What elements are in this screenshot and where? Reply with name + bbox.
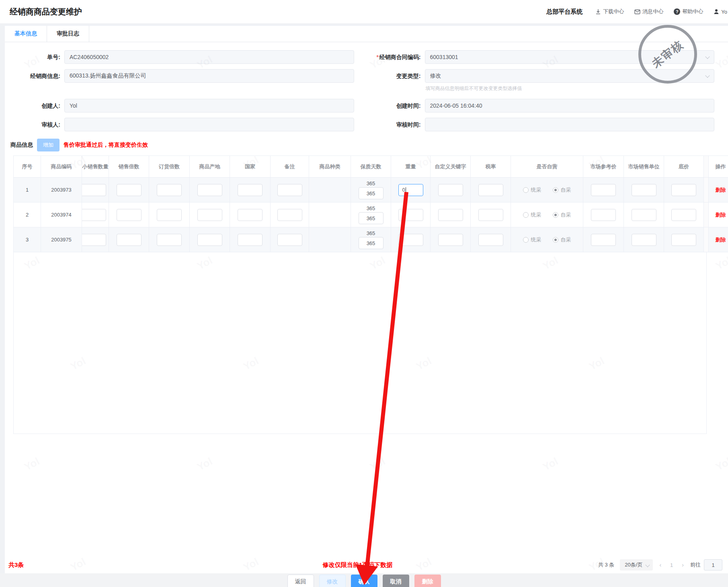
origin-input[interactable] <box>197 184 222 196</box>
tab-basic-info[interactable]: 基本信息 <box>5 26 47 42</box>
cell-self-operated: 统采 自采 <box>511 178 583 202</box>
sale-multiple-input[interactable] <box>117 209 141 221</box>
country-input[interactable] <box>238 209 262 221</box>
market-sale-unit-input[interactable] <box>632 209 656 221</box>
cell-product-code: 2003975 <box>41 227 82 252</box>
origin-input[interactable] <box>197 209 222 221</box>
col-weight: 重量 <box>391 156 431 177</box>
delete-button[interactable]: 删除 <box>414 575 441 587</box>
add-row-button[interactable]: 增加 <box>37 139 59 151</box>
col-shelf-days: 保质天数 <box>351 156 391 177</box>
mail-icon <box>634 9 640 14</box>
order-no-label: 单号: <box>5 50 64 64</box>
radio-tongcai[interactable]: 统采 <box>523 236 541 243</box>
page-edit-notice: 修改仅限当前1页码下数据 <box>141 561 598 569</box>
tab-bar: 基本信息 审批日志 <box>5 25 728 42</box>
delete-row-link[interactable]: 删除 <box>716 211 726 219</box>
market-sale-unit-input[interactable] <box>632 184 656 196</box>
radio-checked-icon <box>553 187 558 193</box>
weight-input-focused[interactable]: 0 <box>398 184 423 196</box>
shelf-days-old-value: 365 <box>367 205 375 211</box>
goto-page-input[interactable] <box>704 559 722 571</box>
tax-rate-input[interactable] <box>478 184 503 196</box>
audit-time-input <box>425 118 715 131</box>
radio-icon <box>523 187 529 193</box>
floor-price-input[interactable] <box>671 184 696 196</box>
radio-tongcai[interactable]: 统采 <box>523 186 541 194</box>
origin-input[interactable] <box>197 234 222 246</box>
keywords-input[interactable] <box>438 234 463 246</box>
col-product-kind: 商品种类 <box>309 156 351 177</box>
change-type-select[interactable] <box>425 69 715 83</box>
remark-input[interactable] <box>277 209 302 221</box>
remark-input[interactable] <box>277 184 302 196</box>
product-section-title: 商品信息 <box>10 141 33 149</box>
cell-product-kind <box>309 202 351 227</box>
back-button[interactable]: 返回 <box>287 575 314 587</box>
remark-input[interactable] <box>277 234 302 246</box>
order-multiple-input[interactable] <box>157 184 182 196</box>
tax-rate-input[interactable] <box>478 234 503 246</box>
delete-row-link[interactable]: 删除 <box>716 186 726 194</box>
market-ref-price-input[interactable] <box>591 184 616 196</box>
table-header-row: 序号 商品编码 小销售数量 销售倍数 订货倍数 商品产地 国家 备注 商品种类 … <box>13 155 728 178</box>
radio-zicai[interactable]: 自采 <box>553 236 571 243</box>
floor-price-input[interactable] <box>671 234 696 246</box>
tab-audit-log[interactable]: 审批日志 <box>47 26 89 42</box>
dealer-info-input <box>64 69 354 83</box>
download-center-link[interactable]: 下载中心 <box>595 8 624 15</box>
keywords-input[interactable] <box>438 184 463 196</box>
confirm-button[interactable]: 确认 <box>351 575 377 587</box>
cell-self-operated: 统采 自采 <box>511 202 583 227</box>
cancel-button[interactable]: 取消 <box>383 575 409 587</box>
cell-spacer <box>704 178 709 202</box>
keywords-input[interactable] <box>438 209 463 221</box>
radio-zicai[interactable]: 自采 <box>553 211 571 219</box>
market-ref-price-input[interactable] <box>591 209 616 221</box>
col-min-sale-qty: 小销售数量 <box>82 156 109 177</box>
tax-rate-input[interactable] <box>478 209 503 221</box>
shelf-days-input[interactable] <box>359 187 383 199</box>
col-floor-price: 底价 <box>664 156 704 177</box>
page-number[interactable]: 1 <box>668 562 675 568</box>
help-center-link[interactable]: ? 帮助中心 <box>674 8 703 15</box>
radio-tongcai[interactable]: 统采 <box>523 211 541 219</box>
modify-button[interactable]: 修改 <box>319 575 346 587</box>
auditor-input <box>64 118 354 131</box>
weight-input[interactable] <box>398 209 423 221</box>
next-page-button[interactable]: › <box>681 562 685 568</box>
floor-price-input[interactable] <box>671 209 696 221</box>
goto-label: 前往 <box>690 561 701 569</box>
delete-row-link[interactable]: 删除 <box>716 236 726 243</box>
min-sale-qty-input[interactable] <box>82 184 106 196</box>
weight-input[interactable] <box>398 234 423 246</box>
total-count-left: 共3条 <box>8 561 141 569</box>
sale-multiple-input[interactable] <box>117 184 141 196</box>
contract-code-select[interactable] <box>425 50 715 64</box>
sale-multiple-input[interactable] <box>117 234 141 246</box>
country-input[interactable] <box>238 184 262 196</box>
col-self-operated: 是否自营 <box>511 156 583 177</box>
shelf-days-input[interactable] <box>359 237 383 249</box>
page-size-select[interactable]: 20条/页 <box>620 559 653 571</box>
cell-shelf-days: 365 <box>351 227 391 252</box>
market-ref-price-input[interactable] <box>591 234 616 246</box>
country-input[interactable] <box>238 234 262 246</box>
radio-zicai[interactable]: 自采 <box>553 186 571 194</box>
order-multiple-input[interactable] <box>157 209 182 221</box>
order-multiple-input[interactable] <box>157 234 182 246</box>
table-row: 1 2003973 365 0 统采 自采 <box>13 178 728 202</box>
min-sale-qty-input[interactable] <box>82 209 106 221</box>
user-menu[interactable]: Yo <box>714 9 727 15</box>
col-market-sale-unit: 市场销售单位 <box>624 156 664 177</box>
help-icon: ? <box>674 8 680 15</box>
min-sale-qty-input[interactable] <box>82 234 106 246</box>
page-title: 经销商商品变更维护 <box>10 6 82 17</box>
prev-page-button[interactable]: ‹ <box>658 562 662 568</box>
creator-label: 创建人: <box>5 99 64 112</box>
shelf-days-input[interactable] <box>359 212 383 224</box>
message-center-link[interactable]: 消息中心 <box>634 8 663 15</box>
download-center-label: 下载中心 <box>603 8 624 15</box>
cell-self-operated: 统采 自采 <box>511 227 583 252</box>
market-sale-unit-input[interactable] <box>632 234 656 246</box>
